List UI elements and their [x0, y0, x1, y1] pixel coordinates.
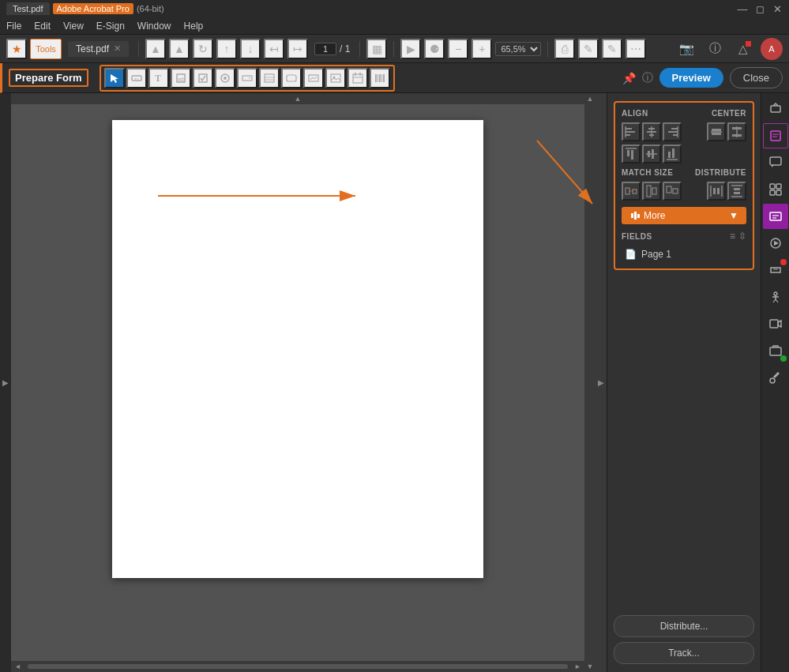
match-both-btn[interactable]: [663, 182, 682, 201]
back-button[interactable]: ▲: [145, 39, 166, 59]
restore-button[interactable]: ◻: [754, 3, 765, 14]
right-icon-strip: [761, 93, 789, 672]
align-middle-btn[interactable]: [642, 145, 661, 163]
first-page-button[interactable]: ↤: [264, 39, 284, 59]
home-button[interactable]: ★: [6, 39, 27, 59]
distribute-label: DISTRIBUTE: [695, 168, 746, 177]
next-button[interactable]: ▲: [169, 39, 190, 59]
horizontal-scrollbar[interactable]: ◄ ►: [11, 661, 584, 672]
fields-filter-icon[interactable]: ≡: [730, 231, 735, 242]
strip-share-icon[interactable]: [763, 96, 788, 122]
match-width-btn[interactable]: [622, 182, 641, 201]
menu-help[interactable]: Help: [184, 21, 204, 32]
distribute-button[interactable]: Distribute...: [614, 615, 754, 637]
signature-tool[interactable]: [303, 68, 324, 88]
comment-button[interactable]: ✎: [578, 39, 599, 59]
svg-point-7: [224, 77, 227, 80]
button-tool[interactable]: [281, 68, 302, 88]
tab-title[interactable]: Test.pdf: [6, 2, 50, 15]
center-h-btn[interactable]: [707, 122, 726, 141]
minimize-button[interactable]: —: [737, 3, 748, 14]
notification-icon[interactable]: △: [732, 38, 754, 60]
prepare-form-label: Prepare Form: [9, 69, 88, 87]
strip-accessibility-icon[interactable]: [763, 284, 788, 310]
strip-portfolio-icon[interactable]: [763, 338, 788, 363]
close-button[interactable]: ✕: [772, 3, 783, 14]
listbox-tool[interactable]: [259, 68, 280, 88]
align-left-btn[interactable]: [622, 122, 641, 141]
next-page-button[interactable]: ↓: [240, 39, 261, 59]
date-tool[interactable]: [348, 68, 368, 88]
pdf-page: [112, 120, 483, 578]
more-button[interactable]: More ▼: [622, 207, 746, 224]
share-icon[interactable]: 📷: [675, 38, 697, 60]
align-top-btn[interactable]: [622, 145, 641, 163]
strip-comment-icon[interactable]: [763, 150, 788, 175]
help-icon[interactable]: ⓘ: [704, 38, 726, 60]
left-sidebar-toggle[interactable]: ▶: [0, 93, 11, 672]
match-height-btn[interactable]: [642, 182, 661, 201]
select-tool-button[interactable]: ▶: [400, 39, 421, 59]
svg-rect-22: [379, 74, 381, 82]
help-circle-icon[interactable]: ⓘ: [642, 71, 653, 85]
last-page-button[interactable]: ↦: [287, 39, 308, 59]
close-form-button[interactable]: Close: [730, 67, 783, 88]
prev-page-button[interactable]: ↑: [216, 39, 237, 59]
fields-sort-icon[interactable]: ⇳: [738, 231, 746, 242]
select-field-tool[interactable]: [104, 68, 125, 88]
svg-rect-79: [770, 212, 781, 220]
pin-icon[interactable]: 📌: [622, 72, 636, 84]
svg-marker-83: [774, 241, 779, 246]
distribute-v-btn[interactable]: [727, 182, 746, 201]
combobox-tool[interactable]: [237, 68, 257, 88]
center-v-btn[interactable]: [727, 122, 746, 141]
preview-button[interactable]: Preview: [659, 68, 723, 88]
right-panel-arrow[interactable]: ▶: [596, 93, 607, 672]
strip-redact-icon[interactable]: [763, 257, 788, 283]
more-tools-button[interactable]: ⋯: [626, 39, 646, 59]
image-tool[interactable]: [325, 68, 346, 88]
zoom-select[interactable]: 65,5% 50% 75% 100%: [495, 42, 541, 56]
menu-esign[interactable]: E-Sign: [96, 21, 125, 32]
svg-rect-92: [770, 347, 781, 355]
tab-close-icon[interactable]: ✕: [114, 43, 121, 54]
right-panel: ALIGN CENTER: [607, 93, 761, 672]
keyboard-button[interactable]: ⎙: [554, 39, 575, 59]
menu-edit[interactable]: Edit: [34, 21, 51, 32]
menu-file[interactable]: File: [6, 21, 21, 32]
radio-tool[interactable]: [215, 68, 235, 88]
field-page1-item[interactable]: 📄 Page 1: [622, 246, 746, 262]
strip-action-icon[interactable]: [763, 231, 788, 256]
align-center-h-btn[interactable]: [642, 122, 661, 141]
zoom-out-button[interactable]: −: [448, 39, 468, 59]
reload-button[interactable]: ↻: [193, 39, 213, 59]
avatar[interactable]: A: [761, 38, 783, 60]
pen-button[interactable]: ✎: [602, 39, 622, 59]
strip-video-icon[interactable]: [763, 311, 788, 336]
menu-window[interactable]: Window: [137, 21, 171, 32]
zoom-in-button[interactable]: +: [472, 39, 492, 59]
barcode-tool[interactable]: [370, 68, 390, 88]
new-field-tool[interactable]: T|: [126, 68, 147, 88]
align-right-btn[interactable]: [663, 122, 682, 141]
strip-tools-icon[interactable]: [763, 365, 788, 390]
form-field-tool[interactable]: ab: [171, 68, 191, 88]
distribute-h-btn[interactable]: [707, 182, 726, 201]
checkbox-tool[interactable]: [193, 68, 213, 88]
thumbnail-view-button[interactable]: ▦: [366, 39, 387, 59]
scroll-top[interactable]: ▲: [11, 93, 584, 104]
app-name-badge: Adobe Acrobat Pro: [53, 3, 133, 14]
tools-button[interactable]: Tools: [30, 39, 62, 59]
hand-tool-button[interactable]: ⚈: [424, 39, 445, 59]
strip-form-icon[interactable]: [763, 123, 788, 148]
menu-view[interactable]: View: [63, 21, 84, 32]
document-tab[interactable]: Test.pdf ✕: [68, 41, 129, 57]
page-input[interactable]: [314, 43, 336, 55]
strip-prepare-form-icon[interactable]: [763, 204, 788, 229]
track-button[interactable]: Track...: [614, 642, 754, 664]
text-field-tool[interactable]: T: [148, 68, 169, 88]
right-scroll[interactable]: ▲ ▼: [584, 93, 596, 672]
strip-organize-icon[interactable]: [763, 177, 788, 202]
svg-rect-61: [717, 188, 719, 194]
align-bottom-btn[interactable]: [663, 145, 682, 163]
